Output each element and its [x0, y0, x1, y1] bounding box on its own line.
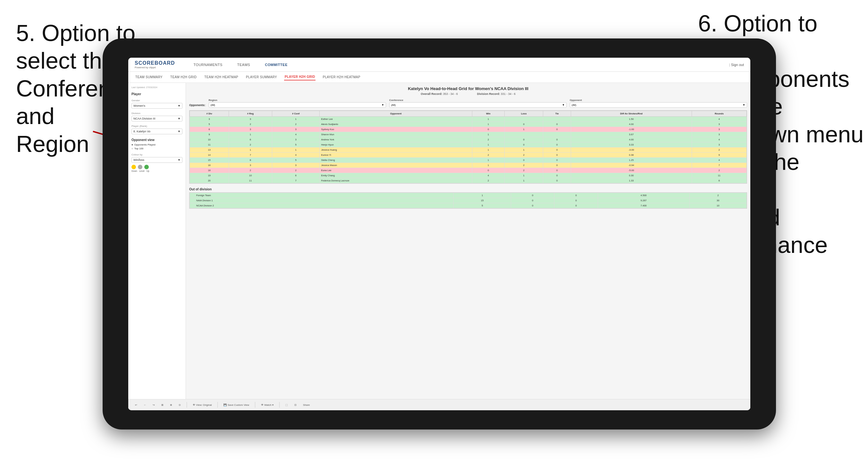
cell-conf: 3	[272, 163, 320, 168]
toolbar-view-original[interactable]: 👁 View: Original	[191, 403, 214, 407]
cell-win: 1	[472, 148, 504, 153]
cell-tie: 0	[543, 153, 571, 158]
opponents-label: Opponents:	[189, 103, 206, 108]
toolbar-add[interactable]: ⊕	[168, 403, 174, 407]
sidebar-player-title: Player	[131, 92, 182, 96]
sign-out[interactable]: | Sign out	[729, 63, 744, 67]
player-rank-select[interactable]: 8. Katelyn Vo ▼	[131, 128, 182, 134]
sub-nav-player-summary[interactable]: PLAYER SUMMARY	[245, 74, 278, 80]
col-opponent: Opponent	[320, 111, 472, 117]
nav-tournaments[interactable]: TOURNAMENTS	[191, 62, 225, 68]
toolbar-undo[interactable]: ↩	[133, 403, 139, 407]
sub-nav-player-h2h-grid[interactable]: PLAYER H2H GRID	[284, 74, 316, 81]
toolbar-icon1[interactable]: ⬚	[283, 403, 290, 407]
cell-tie: 0	[543, 173, 571, 178]
player-rank-label: Player (Rank)	[131, 125, 182, 128]
cell-rounds: 3	[692, 142, 746, 148]
radio-opponents-played[interactable]: ● Opponents Played	[131, 143, 182, 146]
toolbar-icon2[interactable]: ⊡	[292, 403, 299, 407]
cell-win: 1	[472, 158, 504, 163]
cell-div: 15	[190, 158, 229, 163]
table-row: 3 3 1 Esther Lee 1 1.50 4	[190, 117, 747, 122]
toolbar-circle[interactable]: ⊙	[177, 403, 183, 407]
cell-diff: -3.00	[571, 148, 692, 153]
out-of-division-table: Foreign Team 1 0 0 4.500 2 NAIA Division…	[189, 192, 747, 209]
cell-conf: 2	[272, 168, 320, 173]
sidebar: Last Updated: 27/03/2024 Player Gender W…	[128, 83, 186, 410]
cell-reg: 2	[229, 122, 272, 127]
cell-win: 1	[472, 142, 504, 148]
color-legend-labels: Down Level Up	[131, 170, 182, 172]
cell-loss: 0	[505, 137, 543, 142]
division-select[interactable]: NCAA Division III ▼	[131, 116, 182, 122]
cell-div: 6	[190, 127, 229, 132]
toolbar-grid[interactable]: ⊞	[159, 403, 165, 407]
gender-label: Gender	[131, 99, 182, 102]
cell-diff: 1.25	[571, 158, 692, 163]
table-row: 16 3 3 Jessica Mason 1 2 0 -0.94 7	[190, 163, 747, 168]
cell-conf: 5	[272, 142, 320, 148]
logo-sub: Powered by clippd	[135, 66, 175, 69]
cell-opponent: Federica Domecq Lacroze	[320, 178, 472, 183]
cell-win: 0	[472, 127, 504, 132]
cell-win: 1	[472, 163, 504, 168]
cell-win: 0	[472, 168, 504, 173]
cell-opponent: Andrea York	[320, 137, 472, 142]
col-loss: Loss	[505, 111, 543, 117]
table-row: NCAA Division 2 5 0 0 7.400 10	[190, 203, 747, 208]
division-label: Division	[131, 112, 182, 115]
nav-committee[interactable]: COMMITTEE	[262, 62, 290, 68]
cell-loss: 0	[511, 203, 554, 208]
cell-div: 13	[190, 148, 229, 153]
cell-loss: 1	[505, 148, 543, 153]
cell-loss: 2	[505, 168, 543, 173]
toolbar-save-custom[interactable]: 💾 Save Custom View	[222, 403, 251, 407]
cell-tie: 0	[543, 178, 571, 183]
toolbar-sep2	[217, 402, 218, 408]
cell-conf: 5	[272, 158, 320, 163]
table-row: 5 2 2 Alexis Sudjianto 1 0 0 4.00 3	[190, 122, 747, 127]
toolbar-watch[interactable]: 👁 Watch ▾	[259, 403, 275, 407]
sub-nav-team-h2h-grid[interactable]: TEAM H2H GRID	[169, 74, 197, 80]
opponent-filter-label: Opponent	[570, 99, 747, 102]
cell-win: 15	[454, 198, 511, 203]
cell-rounds: 7	[692, 163, 746, 168]
cell-diff: 9.267	[598, 198, 689, 203]
cell-opponent: Alexis Sudjianto	[320, 122, 472, 127]
cell-rounds: 3	[692, 122, 746, 127]
cell-diff: -0.94	[571, 163, 692, 168]
table-row: 19 10 6 Emily Chang 4 1 0 0.30 11	[190, 173, 747, 178]
cell-win: 1	[472, 132, 504, 137]
opponent-view-title: Opponent view	[131, 138, 182, 142]
cell-reg: 8	[229, 158, 272, 163]
table-row: 11 2 5 Heejo Hyun 1 0 0 3.33 3	[190, 142, 747, 148]
cell-opponent: Euna Lee	[320, 168, 472, 173]
toolbar-back[interactable]: ←	[142, 403, 148, 407]
main-content: Last Updated: 27/03/2024 Player Gender W…	[128, 83, 750, 410]
radio-top-100[interactable]: ○ Top 100	[131, 147, 182, 150]
table-row: 20 11 7 Federica Domecq Lacroze 2 1 0 1.…	[190, 178, 747, 183]
sub-nav-team-h2h-heatmap[interactable]: TEAM H2H HEATMAP	[204, 74, 239, 80]
gender-select[interactable]: Women's ▼	[131, 103, 182, 108]
cell-opponent: Sydney Kuo	[320, 127, 472, 132]
col-diff: Diff Av Strokes/Rnd	[571, 111, 692, 117]
toolbar-redo[interactable]: ↪	[151, 403, 157, 407]
colour-by-select[interactable]: Win/loss ▼	[131, 157, 182, 163]
sub-nav-player-h2h-heatmap[interactable]: PLAYER H2H HEATMAP	[322, 74, 361, 80]
region-filter-select[interactable]: (All) ▼	[209, 102, 386, 108]
toolbar-share[interactable]: Share	[301, 403, 312, 407]
opponent-filter-select[interactable]: (All) ▼	[570, 102, 747, 108]
cell-tie: 0	[554, 203, 598, 208]
sub-nav-team-summary[interactable]: TEAM SUMMARY	[135, 74, 163, 80]
nav-teams[interactable]: TEAMS	[235, 62, 253, 68]
cell-div: 16	[190, 163, 229, 168]
panel-title: Katelyn Vo Head-to-Head Grid for Women's…	[189, 86, 747, 91]
conference-filter-select[interactable]: (All) ▼	[389, 102, 566, 108]
cell-opponent: Foreign Team	[190, 193, 454, 198]
cell-tie: 0	[554, 198, 598, 203]
color-up	[144, 165, 149, 169]
last-updated-text: Last Updated: 27/03/2024	[131, 86, 182, 89]
cell-opponent: Eunice Yi	[320, 153, 472, 158]
cell-div: 14	[190, 153, 229, 158]
cell-opponent: NAIA Division 1	[190, 198, 454, 203]
